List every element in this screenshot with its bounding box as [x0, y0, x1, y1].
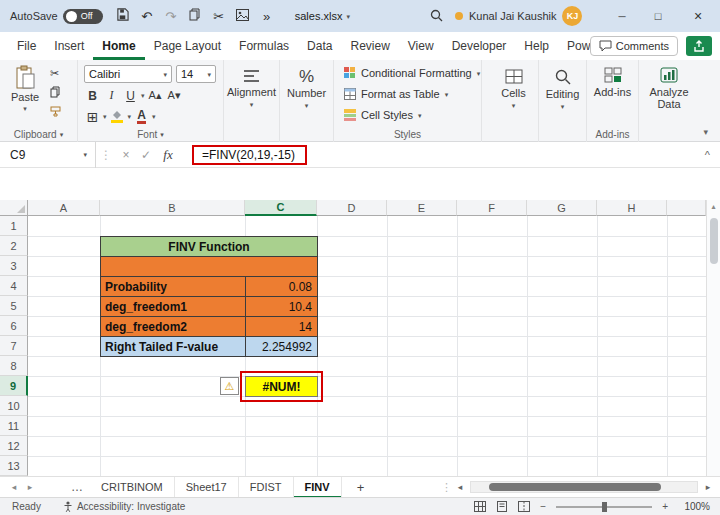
- cell-deg-freedom1-label[interactable]: deg_freedom1: [100, 296, 246, 317]
- cell-right-tailed-label[interactable]: Right Tailed F-value: [100, 336, 246, 357]
- format-as-table-button[interactable]: Format as Table ▾: [344, 88, 448, 100]
- vertical-scrollbar[interactable]: ▴: [706, 200, 720, 476]
- redo-button[interactable]: ↷: [159, 9, 183, 24]
- cell-probability-label[interactable]: Probability: [100, 276, 246, 297]
- column-header-E[interactable]: E: [387, 200, 457, 216]
- page-break-view-button[interactable]: [518, 501, 530, 512]
- column-header-partial[interactable]: [667, 200, 706, 216]
- row-header-9[interactable]: 9: [0, 376, 28, 396]
- accessibility-status[interactable]: Accessibility: Investigate: [63, 501, 185, 512]
- alignment-button[interactable]: Alignment ▾: [224, 60, 279, 142]
- cells-button[interactable]: Cells ▾: [489, 60, 538, 142]
- horizontal-scrollbar[interactable]: [470, 481, 698, 493]
- tab-insert[interactable]: Insert: [45, 32, 93, 60]
- account-area[interactable]: Kunal Jai Kaushik KJ: [455, 0, 582, 32]
- comments-button[interactable]: Comments: [590, 36, 678, 56]
- select-all-button[interactable]: [0, 200, 28, 216]
- row-header-7[interactable]: 7: [0, 336, 28, 356]
- tab-file[interactable]: File: [8, 32, 45, 60]
- column-header-A[interactable]: A: [28, 200, 100, 216]
- expand-formula-bar-button[interactable]: ^: [705, 149, 710, 161]
- vertical-scroll-thumb[interactable]: [710, 218, 718, 264]
- scroll-right-icon[interactable]: ▸: [700, 482, 716, 492]
- avatar[interactable]: KJ: [562, 6, 582, 26]
- new-sheet-button[interactable]: +: [352, 480, 370, 495]
- font-name-select[interactable]: Calibri ▾: [84, 65, 172, 83]
- tab-home[interactable]: Home: [93, 32, 144, 60]
- cell-deg-freedom2-value[interactable]: 14: [245, 316, 318, 337]
- sheet-tab-overflow-button[interactable]: …: [64, 480, 90, 494]
- row-header-3[interactable]: 3: [0, 256, 28, 276]
- cut-icon[interactable]: ✂: [50, 67, 61, 80]
- shrink-font-button[interactable]: A▾: [166, 87, 183, 104]
- row-header-13[interactable]: 13: [0, 456, 28, 476]
- collapse-ribbon-button[interactable]: ▾: [703, 127, 708, 137]
- row-header-6[interactable]: 6: [0, 316, 28, 336]
- italic-button[interactable]: I: [103, 87, 120, 104]
- analyze-data-button[interactable]: Analyze Data: [639, 60, 699, 142]
- enter-button[interactable]: ✓: [136, 148, 156, 162]
- maximize-button[interactable]: □: [640, 0, 676, 32]
- row-header-1[interactable]: 1: [0, 216, 28, 236]
- row-header-10[interactable]: 10: [0, 396, 28, 416]
- tab-data[interactable]: Data: [298, 32, 341, 60]
- qat-overflow-button[interactable]: »: [255, 9, 279, 24]
- cell-deg-freedom1-value[interactable]: 10.4: [245, 296, 318, 317]
- row-header-5[interactable]: 5: [0, 296, 28, 316]
- column-header-C[interactable]: C: [245, 200, 317, 216]
- minimize-button[interactable]: ─: [604, 0, 640, 32]
- zoom-slider[interactable]: [556, 506, 652, 508]
- copy-icon[interactable]: [50, 86, 61, 100]
- column-header-G[interactable]: G: [527, 200, 597, 216]
- bold-button[interactable]: B: [84, 87, 101, 104]
- cell-styles-button[interactable]: Cell Styles ▾: [344, 109, 421, 121]
- share-button[interactable]: [686, 36, 712, 56]
- tab-developer[interactable]: Developer: [443, 32, 516, 60]
- cell-deg-freedom2-label[interactable]: deg_freedom2: [100, 316, 246, 337]
- normal-view-button[interactable]: [474, 501, 486, 512]
- cell-error-num[interactable]: #NUM!: [245, 376, 318, 397]
- search-button[interactable]: [430, 9, 443, 24]
- workbook-title[interactable]: sales.xlsx ▾: [295, 10, 350, 22]
- chevron-down-icon[interactable]: ▾: [128, 113, 132, 120]
- sheet-tab-finv[interactable]: FINV: [294, 477, 342, 498]
- row-header-2[interactable]: 2: [0, 236, 28, 256]
- autosave-toggle[interactable]: Off: [63, 9, 103, 24]
- cut-button[interactable]: ✂: [207, 9, 231, 24]
- cell-blank-row[interactable]: [100, 256, 318, 277]
- chart-button[interactable]: [231, 9, 255, 24]
- close-button[interactable]: ×: [676, 0, 720, 32]
- chevron-down-icon[interactable]: ▾: [103, 113, 107, 120]
- row-header-11[interactable]: 11: [0, 416, 28, 436]
- borders-button[interactable]: ⊞: [84, 108, 101, 125]
- format-painter-icon[interactable]: [50, 106, 61, 119]
- tab-review[interactable]: Review: [341, 32, 398, 60]
- tab-page-layout[interactable]: Page Layout: [145, 32, 230, 60]
- chevron-down-icon[interactable]: ▾: [152, 113, 156, 120]
- cell-right-tailed-value[interactable]: 2.254992: [245, 336, 318, 357]
- column-header-F[interactable]: F: [457, 200, 527, 216]
- copy-button[interactable]: [183, 8, 207, 24]
- font-color-button[interactable]: A: [133, 108, 150, 125]
- tab-view[interactable]: View: [399, 32, 443, 60]
- column-header-H[interactable]: H: [597, 200, 667, 216]
- zoom-slider-thumb[interactable]: [602, 502, 607, 512]
- sheet-nav-left-icon[interactable]: ◂: [6, 482, 22, 492]
- paste-button[interactable]: Paste ▾: [6, 65, 44, 112]
- chevron-down-icon[interactable]: ▾: [141, 92, 145, 99]
- worksheet-grid[interactable]: ABCDEFGH 12345678910111213 FINV Function…: [0, 200, 720, 476]
- number-button[interactable]: % Number ▾: [280, 60, 333, 142]
- cancel-button[interactable]: ×: [116, 148, 136, 162]
- insert-function-button[interactable]: fx: [156, 147, 180, 163]
- save-button[interactable]: [111, 8, 135, 24]
- conditional-formatting-button[interactable]: Conditional Formatting ▾: [344, 67, 480, 79]
- font-group-label[interactable]: Font ▾: [78, 129, 223, 140]
- clipboard-group-label[interactable]: Clipboard ▾: [0, 129, 77, 140]
- row-header-8[interactable]: 8: [0, 356, 28, 376]
- drag-handle-icon[interactable]: ⋮: [96, 148, 116, 162]
- cell-probability-value[interactable]: 0.08: [245, 276, 318, 297]
- column-header-D[interactable]: D: [317, 200, 387, 216]
- tab-help[interactable]: Help: [515, 32, 558, 60]
- zoom-out-button[interactable]: −: [540, 501, 546, 512]
- scroll-up-icon[interactable]: ▴: [707, 200, 720, 214]
